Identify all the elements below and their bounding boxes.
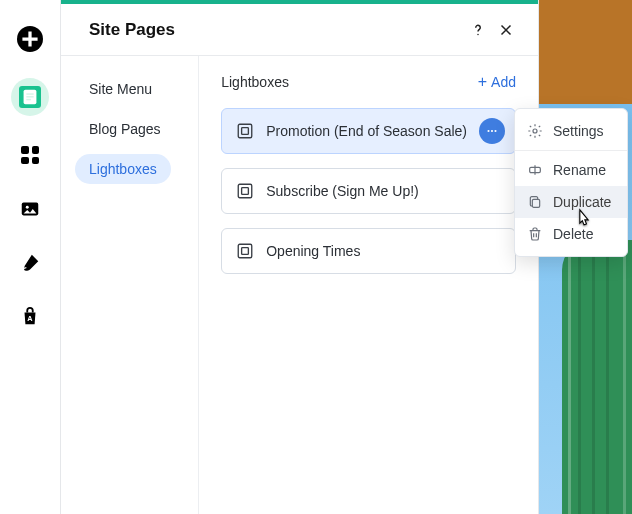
lightbox-row-label: Subscribe (Sign Me Up!) <box>266 183 505 199</box>
rename-icon <box>527 162 543 178</box>
media-icon[interactable] <box>17 196 43 222</box>
lightbox-row[interactable]: Subscribe (Sign Me Up!) <box>221 168 516 214</box>
svg-point-7 <box>477 33 479 35</box>
pages-icon[interactable] <box>11 78 49 116</box>
gear-icon <box>527 123 543 139</box>
panel-side-nav: Site Menu Blog Pages Lightboxes <box>61 56 199 514</box>
menu-item-label: Duplicate <box>553 194 611 210</box>
sidebar-item-label: Blog Pages <box>89 121 161 137</box>
svg-rect-16 <box>242 248 249 255</box>
menu-item-duplicate[interactable]: Duplicate <box>515 186 627 218</box>
panel-header: Site Pages <box>61 4 538 56</box>
svg-point-17 <box>533 129 537 133</box>
sidebar-item-label: Site Menu <box>89 81 152 97</box>
lightbox-icon <box>236 242 254 260</box>
lightbox-row[interactable]: Promotion (End of Season Sale) <box>221 108 516 154</box>
menu-item-label: Rename <box>553 162 606 178</box>
section-header: Lightboxes + Add <box>221 74 516 90</box>
menu-item-label: Delete <box>553 226 593 242</box>
svg-point-5 <box>26 206 29 209</box>
panel-title: Site Pages <box>89 20 464 40</box>
svg-rect-8 <box>238 124 252 138</box>
lightbox-icon <box>236 182 254 200</box>
lightbox-row-label: Opening Times <box>266 243 505 259</box>
store-icon[interactable]: A <box>17 304 43 330</box>
apps-icon[interactable] <box>17 142 43 168</box>
menu-item-settings[interactable]: Settings <box>515 115 627 147</box>
close-icon[interactable] <box>492 16 520 44</box>
svg-rect-1 <box>26 93 33 94</box>
menu-item-delete[interactable]: Delete <box>515 218 627 250</box>
svg-rect-14 <box>242 188 249 195</box>
svg-text:A: A <box>27 314 33 323</box>
svg-point-12 <box>494 130 496 132</box>
context-menu: Settings Rename Duplicate Delete <box>514 108 628 257</box>
left-rail: A <box>0 0 60 514</box>
svg-rect-15 <box>238 244 252 258</box>
lightbox-icon <box>236 122 254 140</box>
duplicate-icon <box>527 194 543 210</box>
sidebar-item-site-menu[interactable]: Site Menu <box>75 74 166 104</box>
menu-item-label: Settings <box>553 123 604 139</box>
svg-rect-13 <box>238 184 252 198</box>
canvas-cactus <box>562 240 632 514</box>
add-label: Add <box>491 74 516 90</box>
lightbox-row-label: Promotion (End of Season Sale) <box>266 123 467 139</box>
svg-rect-3 <box>26 99 31 100</box>
svg-point-11 <box>491 130 493 132</box>
plus-icon: + <box>478 74 487 90</box>
svg-rect-2 <box>26 96 33 97</box>
panel-content: Lightboxes + Add Promotion (End of Seaso… <box>199 56 538 514</box>
menu-separator <box>515 150 627 151</box>
editor-canvas <box>539 0 632 514</box>
trash-icon <box>527 226 543 242</box>
menu-item-rename[interactable]: Rename <box>515 154 627 186</box>
sidebar-item-blog-pages[interactable]: Blog Pages <box>75 114 175 144</box>
lightbox-row[interactable]: Opening Times <box>221 228 516 274</box>
sidebar-item-lightboxes[interactable]: Lightboxes <box>75 154 171 184</box>
help-icon[interactable] <box>464 16 492 44</box>
sidebar-item-label: Lightboxes <box>89 161 157 177</box>
svg-point-10 <box>487 130 489 132</box>
section-title: Lightboxes <box>221 74 478 90</box>
add-button[interactable]: + Add <box>478 74 516 90</box>
site-pages-panel: Site Pages Site Menu Blog Pages Lightbox… <box>60 0 539 514</box>
add-icon[interactable] <box>17 26 43 52</box>
svg-rect-9 <box>242 128 249 135</box>
svg-rect-19 <box>532 199 539 207</box>
row-more-button[interactable] <box>479 118 505 144</box>
design-icon[interactable] <box>17 250 43 276</box>
